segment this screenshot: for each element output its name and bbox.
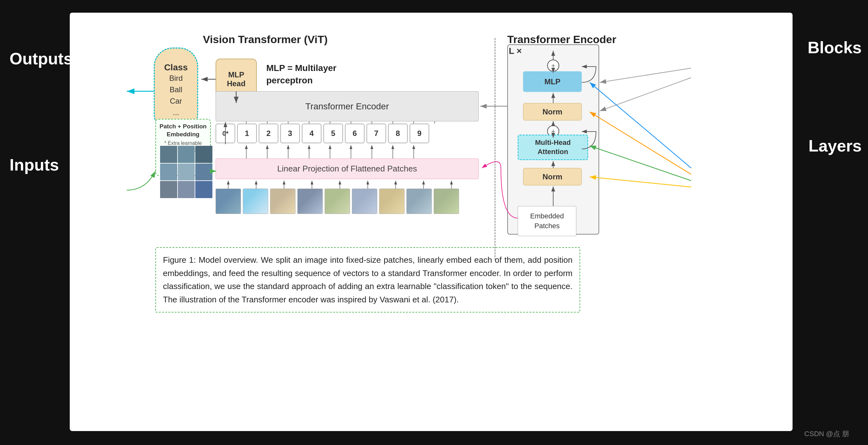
te-mha-box: Multi-HeadAttention — [518, 135, 588, 160]
input-cell-4 — [160, 163, 177, 181]
mlp-head-label: MLPHead — [227, 70, 246, 88]
tokens-row: 0* 1 2 3 4 5 6 7 8 9 — [216, 124, 429, 143]
patch-5 — [324, 189, 350, 214]
input-cell-6 — [195, 163, 212, 181]
te-lx-label: L × — [509, 46, 522, 56]
patch-3 — [270, 189, 296, 214]
patch-7 — [379, 189, 405, 214]
token-3: 3 — [280, 124, 300, 143]
transformer-encoder-box: Transformer Encoder — [216, 91, 479, 121]
token-2: 2 — [259, 124, 278, 143]
token-5: 5 — [323, 124, 343, 143]
patch-8 — [406, 189, 432, 214]
svg-line-55 — [590, 177, 691, 187]
input-cell-7 — [160, 181, 177, 198]
te-norm-box-1: Norm — [523, 103, 582, 121]
class-label: Class — [164, 62, 188, 72]
blocks-label: Blocks — [807, 38, 862, 57]
embedded-patches-box: EmbeddedPatches — [518, 206, 576, 236]
patch-pos-title: Patch + PositionEmbedding — [159, 123, 206, 138]
token-0-star: 0* — [216, 124, 235, 143]
vit-title: Vision Transformer (ViT) — [203, 33, 328, 45]
svg-line-54 — [590, 146, 691, 181]
mlp-equation-label: MLP = Multilayerperceptron — [266, 62, 336, 87]
svg-line-50 — [600, 68, 691, 83]
svg-line-51 — [600, 78, 691, 111]
svg-line-53 — [590, 112, 691, 174]
input-image-grid — [160, 146, 212, 198]
token-6: 6 — [345, 124, 365, 143]
input-cell-9 — [195, 181, 212, 198]
watermark: CSDN @点 朋 — [804, 429, 849, 439]
input-cell-1 — [160, 146, 177, 163]
svg-line-52 — [590, 83, 691, 168]
input-cell-5 — [178, 163, 195, 181]
outputs-label: Outputs — [9, 49, 72, 68]
token-9: 9 — [410, 124, 429, 143]
diagram-area: Vision Transformer (ViT) Transformer Enc… — [70, 13, 793, 431]
te-title: Transformer Encoder — [507, 33, 616, 45]
token-7: 7 — [367, 124, 386, 143]
te-norm-box-2: Norm — [523, 168, 582, 185]
patch-9 — [434, 189, 459, 214]
token-4: 4 — [302, 124, 321, 143]
class-items: BirdBallCar... — [169, 72, 183, 118]
token-1: 1 — [237, 124, 257, 143]
patch-6 — [352, 189, 377, 214]
te-mlp-box: MLP — [523, 71, 582, 92]
input-cell-2 — [178, 146, 195, 163]
patch-1 — [216, 189, 241, 214]
patch-4 — [298, 189, 323, 214]
layers-label: Layers — [808, 136, 862, 155]
input-cell-8 — [178, 181, 195, 198]
linear-projection-box: Linear Projection of Flattened Patches — [216, 158, 479, 179]
plus-circle-top: + — [547, 60, 559, 72]
token-8: 8 — [388, 124, 408, 143]
inputs-label: Inputs — [9, 155, 59, 174]
figure-caption: Figure 1: Model overview. We split an im… — [155, 247, 580, 313]
input-cell-3 — [195, 146, 212, 163]
section-divider — [495, 38, 496, 260]
main-diagram-card: Vision Transformer (ViT) Transformer Enc… — [70, 13, 793, 431]
image-patches-row — [216, 189, 459, 214]
patch-2 — [243, 189, 268, 214]
